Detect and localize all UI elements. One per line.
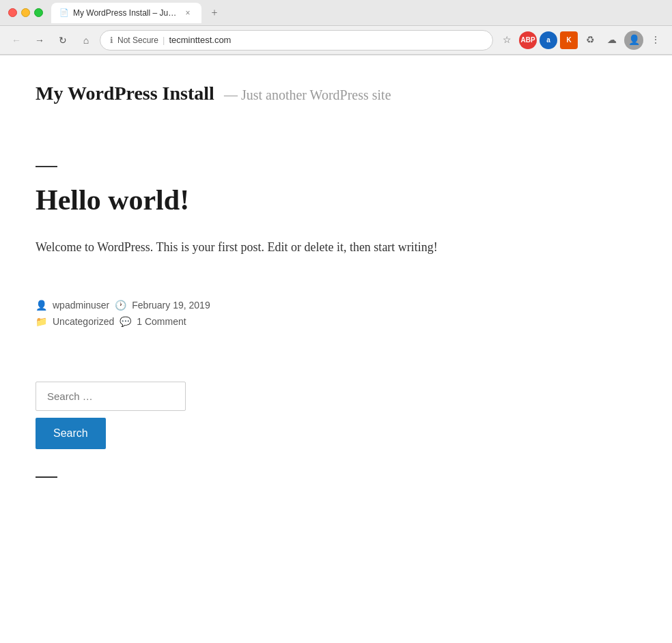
em-dash: — — [224, 87, 238, 102]
post-separator — [36, 166, 57, 167]
bottom-separator — [36, 476, 57, 478]
minimize-window-button[interactable] — [21, 8, 30, 17]
post-meta: 👤 wpadminuser 🕐 February 19, 2019 📁 Unca… — [36, 286, 636, 327]
browser-navbar: ← → ↻ ⌂ ℹ Not Secure | tecminttest.com ☆… — [0, 26, 672, 55]
post: Hello world! Welcome to WordPress. This … — [36, 166, 636, 327]
not-secure-label: Not Secure — [117, 35, 158, 45]
reload-button[interactable]: ↻ — [53, 31, 72, 50]
category-meta-row: 📁 Uncategorized 💬 1 Comment — [36, 316, 636, 327]
more-icon: ⋮ — [651, 34, 660, 46]
browser-content: My WordPress Install — Just another Word… — [0, 55, 672, 642]
tab-page-icon: 📄 — [59, 8, 69, 17]
forward-icon: → — [35, 35, 44, 46]
back-button[interactable]: ← — [7, 31, 26, 50]
tab-close-button[interactable]: × — [182, 8, 193, 18]
post-category[interactable]: Uncategorized — [53, 316, 114, 327]
site-title: My WordPress Install — [36, 83, 214, 104]
home-icon: ⌂ — [83, 35, 89, 46]
extension2-button[interactable]: K — [560, 31, 578, 49]
author-meta-row: 👤 wpadminuser 🕐 February 19, 2019 — [36, 300, 636, 311]
post-content: Welcome to WordPress. This is your first… — [36, 237, 636, 259]
window-controls — [8, 8, 43, 17]
url-display[interactable]: tecminttest.com — [169, 35, 231, 45]
maximize-window-button[interactable] — [34, 8, 43, 17]
search-widget: Search — [36, 382, 636, 449]
post-date: February 19, 2019 — [132, 300, 210, 311]
cloud-icon: ☁ — [607, 34, 617, 46]
comments-icon: 💬 — [120, 316, 131, 327]
abp-label: ABP — [520, 36, 535, 44]
post-comments[interactable]: 1 Comment — [137, 316, 186, 327]
post-title: Hello world! — [36, 184, 636, 216]
new-tab-button[interactable]: + — [206, 4, 223, 22]
adblock-plus-button[interactable]: ABP — [519, 31, 537, 49]
date-icon: 🕐 — [115, 300, 126, 311]
home-button[interactable]: ⌂ — [76, 31, 96, 50]
browser-chrome: 📄 My WordPress Install – Just an… × + ← … — [0, 0, 672, 55]
bookmark-button[interactable]: ☆ — [497, 31, 516, 50]
author-icon: 👤 — [36, 300, 47, 311]
back-icon: ← — [12, 35, 21, 46]
tab-title: My WordPress Install – Just an… — [73, 8, 178, 18]
more-options-button[interactable]: ⋮ — [646, 31, 665, 50]
extension1-button[interactable]: a — [540, 31, 557, 49]
author-name[interactable]: wpadminuser — [53, 300, 109, 311]
category-icon: 📁 — [36, 316, 47, 327]
reload-icon: ↻ — [59, 35, 67, 46]
search-input[interactable] — [47, 390, 174, 402]
tagline-text: Just another WordPress site — [241, 87, 391, 102]
recycle-button[interactable]: ♻ — [580, 31, 600, 50]
forward-button[interactable]: → — [30, 31, 49, 50]
browser-titlebar: 📄 My WordPress Install – Just an… × + — [0, 0, 672, 26]
search-input-wrap — [36, 382, 186, 411]
cloud-button[interactable]: ☁ — [602, 31, 621, 50]
active-tab[interactable]: 📄 My WordPress Install – Just an… × — [51, 3, 201, 23]
address-separator: | — [163, 35, 165, 45]
search-button[interactable]: Search — [36, 418, 106, 449]
ext2-label: K — [566, 36, 571, 44]
bookmark-icon: ☆ — [503, 34, 512, 46]
nav-action-buttons: ☆ ABP a K ♻ ☁ 👤 ⋮ — [497, 31, 665, 50]
profile-avatar-button[interactable]: 👤 — [624, 31, 643, 50]
site-tagline: — Just another WordPress site — [224, 87, 391, 102]
address-bar[interactable]: ℹ Not Secure | tecminttest.com — [100, 30, 493, 51]
security-info-icon: ℹ — [110, 35, 113, 45]
avatar-icon: 👤 — [628, 34, 640, 46]
ext1-label: a — [546, 36, 550, 44]
close-window-button[interactable] — [8, 8, 17, 17]
browser-tabs: 📄 My WordPress Install – Just an… × + — [51, 3, 664, 23]
page-inner: My WordPress Install — Just another Word… — [8, 55, 664, 478]
site-header: My WordPress Install — Just another Word… — [36, 55, 636, 125]
recycle-icon: ♻ — [586, 34, 595, 46]
